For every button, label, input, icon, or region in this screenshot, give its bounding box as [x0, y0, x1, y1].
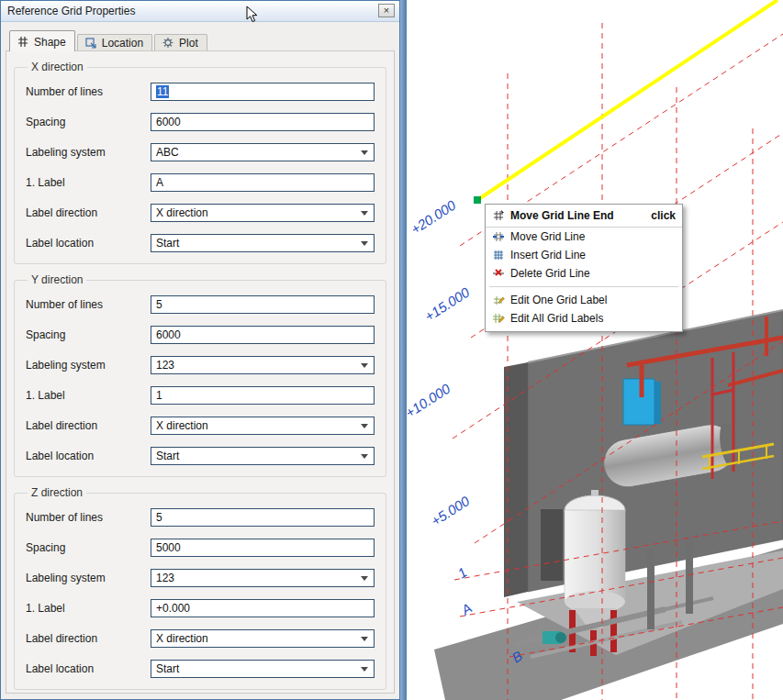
menu-item-delete-grid-line[interactable]: Delete Grid Line: [486, 264, 682, 283]
z-direction-group: Z direction Number of lines Spacing Labe…: [14, 486, 386, 690]
field-row: Spacing: [26, 539, 376, 557]
field-row: Labeling system 123: [26, 569, 376, 587]
group-title: X direction: [28, 61, 87, 73]
x-direction-group: X direction Number of lines 11 Spacing L…: [14, 61, 386, 264]
field-row: Label location Start: [26, 234, 376, 252]
z-label-direction-select[interactable]: X direction: [151, 629, 375, 648]
field-label: 1. Label: [26, 176, 151, 189]
z-first-label-input[interactable]: [151, 599, 375, 617]
y-first-label-input[interactable]: [151, 386, 375, 405]
plant-model: [434, 310, 783, 700]
dialog-titlebar[interactable]: Reference Grid Properties ×: [1, 1, 399, 22]
field-row: Number of lines 11: [26, 83, 376, 101]
field-label: Labeling system: [26, 572, 151, 584]
field-label: Spacing: [26, 328, 151, 341]
field-label: Number of lines: [26, 298, 151, 311]
move-grid-line-end-icon: [492, 209, 505, 222]
tab-location[interactable]: Location: [77, 34, 152, 51]
group-title: Z direction: [28, 486, 86, 499]
vessel-leg: [610, 610, 617, 652]
field-label: Label direction: [26, 632, 151, 645]
field-row: Spacing: [26, 113, 376, 131]
model-scene: [407, 0, 783, 700]
field-label: Label location: [26, 662, 151, 675]
x-label-location-select[interactable]: Start: [151, 234, 375, 252]
field-label: 1. Label: [26, 602, 151, 615]
delete-grid-line-icon: [492, 267, 505, 280]
wall-door: [541, 509, 563, 581]
menu-item-insert-grid-line[interactable]: Insert Grid Line: [486, 246, 682, 264]
menu-item-edit-all-grid-labels[interactable]: Edit All Grid Labels: [486, 309, 682, 328]
x-first-label-input[interactable]: [151, 173, 375, 192]
field-label: Label direction: [26, 206, 151, 219]
chevron-down-icon: [361, 576, 368, 581]
mouse-cursor: [246, 6, 258, 27]
x-number-of-lines-input[interactable]: 11: [151, 83, 375, 101]
field-row: 1. Label: [26, 173, 376, 192]
highlighted-grid-line[interactable]: [474, 0, 777, 204]
z-number-of-lines-input[interactable]: [151, 508, 375, 527]
shape-tab-panel: X direction Number of lines 11 Spacing L…: [6, 50, 395, 694]
menu-item-move-grid-line[interactable]: Move Grid Line: [486, 228, 682, 246]
y-labeling-system-select[interactable]: 123: [151, 356, 375, 374]
field-label: Spacing: [26, 116, 151, 128]
menu-item-edit-one-grid-label[interactable]: Edit One Grid Label: [486, 291, 682, 309]
field-label: Number of lines: [26, 511, 151, 524]
context-menu-header-label: Move Grid Line End: [510, 209, 614, 222]
y-label-direction-select[interactable]: X direction: [151, 417, 375, 435]
move-grid-line-icon: [492, 230, 505, 243]
chevron-down-icon: [361, 637, 368, 641]
field-row: 1. Label: [26, 386, 376, 405]
y-spacing-input[interactable]: [151, 326, 375, 344]
field-label: Label location: [26, 237, 151, 250]
field-label: Label location: [26, 450, 151, 462]
field-row: Spacing: [26, 326, 376, 344]
chevron-down-icon: [361, 150, 368, 155]
chevron-down-icon: [361, 211, 368, 216]
model-viewport[interactable]: +20.000 +15.000 +10.000 +5.000 1 A B: [407, 0, 783, 700]
menu-separator: [489, 286, 678, 287]
dialog-title: Reference Grid Properties: [7, 5, 135, 17]
chevron-down-icon: [361, 454, 368, 459]
tab-shape[interactable]: Shape: [9, 30, 75, 51]
field-row: Number of lines: [26, 508, 376, 527]
gray-column: [647, 549, 654, 629]
group-title: Y direction: [28, 273, 86, 286]
field-label: Labeling system: [26, 359, 151, 372]
context-menu-click-hint: click: [651, 209, 676, 222]
y-direction-group: Y direction Number of lines Spacing Labe…: [14, 273, 386, 477]
field-row: Label location Start: [26, 660, 376, 678]
x-label-direction-select[interactable]: X direction: [151, 204, 375, 222]
window-border: [400, 0, 407, 700]
x-labeling-system-select[interactable]: ABC: [151, 143, 375, 161]
field-row: Labeling system 123: [26, 356, 376, 374]
insert-grid-line-icon: [492, 249, 505, 261]
close-button[interactable]: ×: [378, 4, 395, 17]
grid-context-menu: Move Grid Line End click Move Grid Line …: [485, 204, 683, 332]
pump: [543, 631, 566, 644]
z-spacing-input[interactable]: [151, 539, 375, 557]
chevron-down-icon: [361, 363, 368, 368]
edit-one-grid-label-icon: [492, 294, 505, 306]
field-label: Labeling system: [26, 146, 151, 159]
field-row: Labeling system ABC: [26, 143, 376, 161]
grid-shape-icon: [17, 36, 29, 48]
grid-line-end-handle[interactable]: [474, 196, 481, 204]
chevron-down-icon: [361, 424, 368, 428]
y-number-of-lines-input[interactable]: [151, 295, 375, 314]
field-label: Spacing: [26, 541, 151, 554]
gear-icon: [162, 37, 174, 49]
context-menu-header[interactable]: Move Grid Line End click: [486, 205, 682, 228]
field-label: Label direction: [26, 419, 151, 432]
z-labeling-system-select[interactable]: 123: [151, 569, 375, 587]
field-label: Number of lines: [26, 85, 151, 98]
reference-grid-properties-dialog: Reference Grid Properties × Shape Locati…: [0, 0, 400, 700]
y-label-location-select[interactable]: Start: [151, 447, 375, 465]
field-row: Label direction X direction: [26, 204, 376, 222]
dialog-tabs: Shape Location Plot: [9, 29, 209, 51]
x-spacing-input[interactable]: [151, 113, 375, 131]
field-row: Label direction X direction: [26, 417, 376, 435]
z-label-location-select[interactable]: Start: [151, 660, 375, 678]
tab-plot[interactable]: Plot: [154, 34, 207, 51]
field-label: 1. Label: [26, 389, 151, 402]
